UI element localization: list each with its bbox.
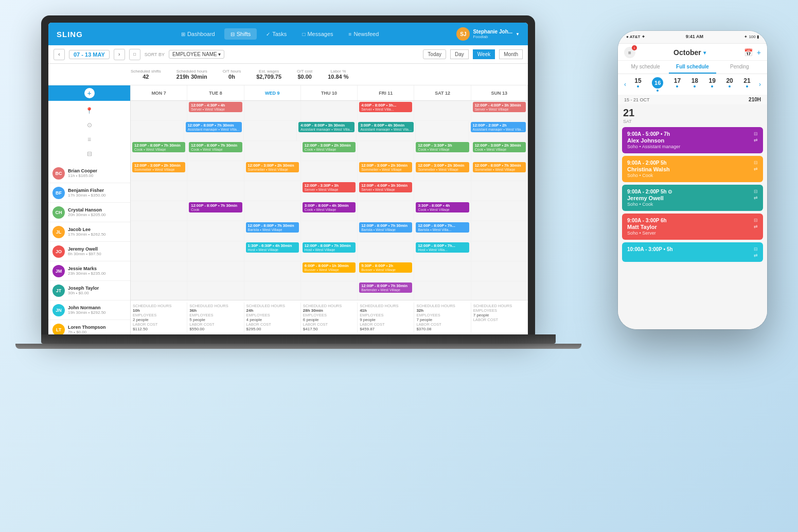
shift-block[interactable]: 12:00P - 8:00P • 7h...Host • West Villa.…: [416, 242, 469, 253]
schedule-cell: 3:00P - 8:00P • 4h 30minCook • West Vill…: [301, 201, 358, 221]
shift-block[interactable]: 3:00P - 8:00P • 4h 30minAssistant manage…: [358, 122, 413, 132]
shift-block[interactable]: 4:00P - 8:00P • 3h 30minAssistant manage…: [298, 122, 354, 132]
phone-shift-card[interactable]: 9:00A - 5:00P • 7h Alex Johnson Soho • A…: [622, 127, 763, 153]
shift-block[interactable]: 12:00P - 3:30P • 3hServer • West Village: [303, 182, 356, 192]
footer-employees-label: EMPLOYEES: [133, 313, 185, 317]
phone-week-range: 15 - 21 OCT 210H: [618, 95, 767, 104]
week-day[interactable]: 20: [726, 77, 733, 92]
shift-block[interactable]: 12:00P - 8:00P • 7h 30minHost • West Vil…: [303, 242, 356, 253]
nav-dashboard-label: Dashboard: [187, 31, 215, 37]
shift-block[interactable]: 12:00P - 4:00P • 3h 30minServer • West V…: [473, 102, 526, 112]
phone-shift-name: Christina Walsh: [627, 166, 754, 172]
view-toggle-button[interactable]: □: [129, 49, 140, 60]
schedule-row: 12:00P - 8:00P • 7h 30minCook3:00P - 8:0…: [131, 201, 528, 221]
week-day[interactable]: 18: [691, 77, 698, 92]
shift-block[interactable]: 5:30P - 8:00P • 2hBusser • West Village: [359, 262, 412, 273]
week-day[interactable]: 16: [652, 77, 663, 92]
schedule-cell: [358, 201, 414, 221]
nav-tasks[interactable]: ✓ Tasks: [260, 28, 293, 40]
schedule-cell: 5:30P - 8:00P • 2hBusser • West Village: [358, 261, 414, 281]
schedule-row: 12:00P - 8:00P • 7h 30minBartender • Wes…: [131, 281, 528, 300]
location-icon[interactable]: 📍: [83, 104, 96, 117]
schedule-cell: [301, 101, 358, 120]
shift-block[interactable]: 12:00P - 8:00P • 7h 30minBarista • West …: [359, 222, 412, 233]
edit-icon: ⊟: [754, 160, 758, 165]
list-icon[interactable]: ≡: [83, 133, 96, 146]
shift-block[interactable]: 4:00P - 8:00P • 3h...Server • West Villa…: [359, 102, 412, 112]
shift-block[interactable]: 12:00P - 3:00P • 2h 30minSommelier • Wes…: [132, 162, 185, 172]
day-view-button[interactable]: Day: [450, 49, 469, 59]
shift-block[interactable]: 12:00P - 3:00P • 2h 30minSommelier • Wes…: [416, 162, 469, 172]
schedule-cell: 12:00P - 3:30P • 3hCook • West Village: [414, 141, 471, 161]
filter-icon[interactable]: ⊙: [83, 118, 96, 132]
shift-block[interactable]: 12:00P - 3:00P • 2h 30minCook • West Vil…: [473, 142, 526, 152]
schedule-row: 12:00P - 8:00P • 7h 30minAssistant manag…: [131, 121, 528, 141]
shift-block[interactable]: 12:00P - 3:30P • 3hCook • West Village: [416, 142, 469, 152]
tab-pending[interactable]: Pending: [716, 61, 763, 74]
settings-icon[interactable]: ⊟: [83, 147, 96, 161]
phone-shift-name: Matt Taylor: [627, 224, 754, 230]
week-day[interactable]: 15: [634, 77, 641, 92]
week-day-number: 18: [691, 77, 698, 84]
add-shift-button[interactable]: +: [84, 88, 95, 98]
footer-cell: SCHEDULED HOURS 32h EMPLOYEES 7 people L…: [414, 303, 471, 332]
prev-week-arrow[interactable]: ‹: [622, 80, 628, 89]
shift-block[interactable]: 12:00P - 8:00P • 7h 30minCook • West Vil…: [189, 142, 242, 152]
week-day[interactable]: 19: [709, 77, 716, 92]
next-week-button[interactable]: ›: [114, 49, 125, 60]
shift-block[interactable]: 12:00P - 8:00P • 7h 30minCook • West Vil…: [132, 142, 185, 152]
nav-shifts[interactable]: ⊟ Shifts: [224, 28, 257, 40]
shift-block[interactable]: 3:00P - 8:00P • 4h 30minCook • West Vill…: [303, 202, 356, 212]
footer-hours-label: SCHEDULED HOURS: [246, 304, 298, 308]
employee-name: John Normann: [68, 305, 126, 310]
week-view-button[interactable]: Week: [473, 49, 495, 59]
nav-newsfeed[interactable]: ≡ Newsfeed: [343, 28, 385, 40]
phone-shift-card[interactable]: 9:00A - 3:00P 6h Matt Taylor Soho • Serv…: [622, 214, 763, 240]
nav-dashboard[interactable]: ⊞ Dashboard: [175, 28, 221, 40]
filter-button[interactable]: ≡ 1: [624, 47, 635, 58]
nav-messages[interactable]: □ Messages: [296, 28, 339, 40]
sort-select[interactable]: EMPLOYEE NAME ▾: [169, 50, 224, 59]
prev-week-button[interactable]: ‹: [54, 49, 65, 60]
tab-my-schedule[interactable]: My schedule: [622, 61, 669, 74]
shift-block[interactable]: 3:30P - 8:00P • 4hCook • West Village: [416, 202, 469, 212]
phone-shift-info: 9:00A - 2:00P 5h Christina Walsh Soho • …: [627, 160, 754, 178]
shift-block[interactable]: 12:00P - 8:00P • 7h 30minCook: [189, 202, 242, 212]
shift-block[interactable]: 12:00P - 3:00P • 2h 30minCook • West Vil…: [303, 142, 356, 152]
phone-shift-card[interactable]: 9:00A - 2:00P 5h ⊙ Jeremy Owell Soho • C…: [622, 185, 763, 211]
schedule-cell: [416, 121, 469, 140]
footer-employees: 5 people: [189, 317, 241, 322]
shift-block[interactable]: 12:00P - 8:00P • 7h 30minSommelier • Wes…: [473, 162, 526, 172]
phone-shift-role: Soho • Cook: [627, 173, 754, 178]
shift-block[interactable]: 6:00P - 8:00P • 1h 30minBusser • West Vi…: [303, 262, 356, 273]
week-day-number: 21: [743, 77, 750, 84]
employee-meta: 30h • $0.00: [68, 291, 126, 295]
week-day[interactable]: 17: [674, 77, 681, 92]
shift-block[interactable]: 1:30P - 6:30P • 4h 30minHost • West Vill…: [246, 242, 299, 253]
add-shift-icon[interactable]: +: [757, 48, 761, 57]
footer-cost-label: LABOR COST: [246, 322, 298, 327]
phone-shift-card[interactable]: 9:00A - 2:00P 5h Christina Walsh Soho • …: [622, 156, 763, 182]
footer-employees-label: EMPLOYEES: [189, 313, 241, 317]
shift-block[interactable]: 12:00P - 3:00P • 2h 30minSommelier • Wes…: [359, 162, 412, 172]
shift-block[interactable]: 12:00P - 8:00P • 7h 30minAssistant manag…: [186, 122, 242, 132]
next-week-arrow[interactable]: ›: [757, 80, 763, 89]
shift-block[interactable]: 12:00P - 4:00P • 3h 30minServer • West V…: [359, 182, 412, 192]
week-day[interactable]: 21: [743, 77, 750, 92]
tab-full-schedule[interactable]: Full schedule: [669, 61, 716, 74]
shift-block[interactable]: 12:00P - 8:00P • 7h 30minBartender • Wes…: [359, 282, 412, 293]
phone-shift-card[interactable]: 10:00A - 3:00P • 5h ⊟ ⇄: [622, 242, 763, 262]
shift-block[interactable]: 12:00P - 4:30P • 4hServer • West Village: [189, 102, 242, 112]
nav-user[interactable]: SJ Stephanie Joh... Foodlab ▼: [456, 27, 520, 41]
shift-block[interactable]: 12:00P - 8:00P • 7h 30minBarista • West …: [246, 222, 299, 233]
today-button[interactable]: Today: [423, 49, 446, 59]
dashboard-icon: ⊞: [181, 31, 185, 37]
footer-hours: 32h: [416, 308, 468, 313]
month-view-button[interactable]: Month: [499, 49, 523, 59]
calendar-icon[interactable]: 📅: [744, 48, 753, 57]
shift-block[interactable]: 12:00P - 2:00P • 2hAssistant manager • W…: [471, 122, 526, 132]
month-selector[interactable]: October ▾: [673, 48, 706, 57]
shift-block[interactable]: 12:00P - 3:00P • 2h 30minSommelier • Wes…: [246, 162, 299, 172]
newsfeed-icon: ≡: [349, 31, 352, 37]
shift-block[interactable]: 12:00P - 8:00P • 7h...Barista • West Vil…: [416, 222, 469, 233]
